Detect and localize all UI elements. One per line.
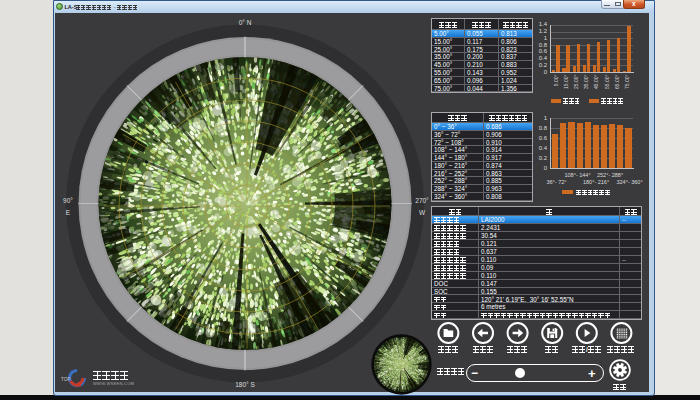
svg-text:TOP: TOP xyxy=(61,377,70,382)
